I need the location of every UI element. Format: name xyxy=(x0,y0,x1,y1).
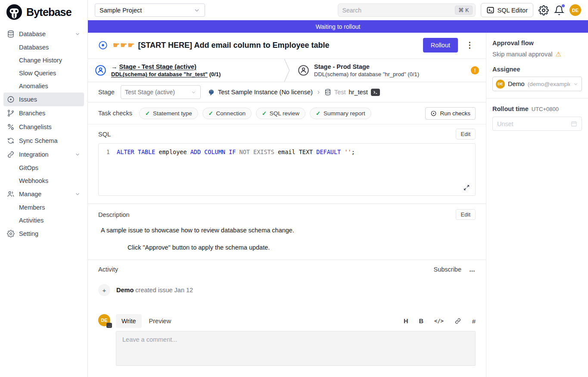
kebab-menu-icon[interactable]: ⋮ xyxy=(464,42,476,48)
tab-preview[interactable]: Preview xyxy=(143,314,177,328)
sidebar-item-database[interactable]: Database xyxy=(3,27,84,41)
sidebar-item-members[interactable]: Members xyxy=(3,201,84,214)
check-icon: ✓ xyxy=(316,110,320,117)
rollout-time-value: Unset xyxy=(497,121,513,127)
instance-name[interactable]: Test Sample Instance (No license) xyxy=(218,89,313,96)
search-input[interactable] xyxy=(342,7,455,14)
chevron-down-icon xyxy=(193,7,200,14)
check-pill-summary-report[interactable]: ✓ Summary report xyxy=(310,108,371,119)
brand-logo[interactable]: Bytebase xyxy=(0,0,87,23)
subscribe-link[interactable]: Subscribe xyxy=(434,266,461,273)
stage-card-test[interactable]: →Stage - Test Stage (active) DDL(schema)… xyxy=(88,59,283,82)
left-sidebar: Bytebase Database Databases Change Histo… xyxy=(0,0,88,377)
activity-label: Activity xyxy=(98,266,118,273)
line-number: 1 xyxy=(99,148,117,155)
run-checks-button[interactable]: Run checks xyxy=(425,107,476,120)
sidebar-item-change-history[interactable]: Change History xyxy=(3,54,84,67)
gear-icon xyxy=(7,230,15,238)
plus-icon: + xyxy=(98,284,110,296)
comment-composer: DE … Write Preview H B </> # xyxy=(98,314,476,377)
topbar: Sample Project ⌘ K SQL Editor DE xyxy=(88,0,588,20)
check-pill-label: Connection xyxy=(216,110,246,117)
link-icon xyxy=(7,151,15,158)
chevron-down-icon xyxy=(75,191,81,197)
sidebar-item-sync-schema[interactable]: Sync Schema xyxy=(3,134,84,148)
sidebar-item-anomalies[interactable]: Anomalies xyxy=(3,80,84,93)
issue-sidebar-panel: Approval flow Skip manual approval ⚠ Ass… xyxy=(486,33,588,377)
sidebar-item-issues[interactable]: Issues xyxy=(3,93,84,106)
speech-bubble-icon: … xyxy=(106,323,112,328)
comment-input[interactable] xyxy=(116,331,476,366)
panel-divider xyxy=(486,98,588,99)
check-pill-statement-type[interactable]: ✓ Statement type xyxy=(139,108,198,119)
assignee-avatar: DE xyxy=(496,80,505,89)
sidebar-item-label: Integration xyxy=(19,151,49,158)
chevron-down-icon xyxy=(573,81,579,87)
issue-header: ☛☛☛ [START HERE] Add email column to Emp… xyxy=(88,33,486,59)
bold-format-icon[interactable]: B xyxy=(419,318,423,324)
code-format-icon[interactable]: </> xyxy=(434,318,444,324)
search-shortcut: ⌘ K xyxy=(455,6,472,15)
environment-name: Test xyxy=(334,89,346,96)
user-avatar[interactable]: DE xyxy=(569,4,581,16)
sidebar-item-integration[interactable]: Integration xyxy=(3,148,84,161)
sql-label: SQL xyxy=(98,131,111,138)
activity-item: + Demo created issue Jan 12 xyxy=(98,284,476,296)
sidebar-item-label: Manage xyxy=(19,191,41,198)
sidebar-item-label: Anomalies xyxy=(19,83,48,90)
sidebar-item-activities[interactable]: Activities xyxy=(3,214,84,227)
check-pill-connection[interactable]: ✓ Connection xyxy=(202,108,252,119)
project-select[interactable]: Sample Project xyxy=(95,3,205,17)
search-box[interactable]: ⌘ K xyxy=(338,3,476,17)
sql-code-line: ALTER TABLE employee ADD COLUMN IF NOT E… xyxy=(117,148,355,155)
sql-edit-button[interactable]: Edit xyxy=(456,129,476,139)
issue-status-icon xyxy=(98,40,108,50)
stage-separator xyxy=(283,59,291,82)
tab-write[interactable]: Write xyxy=(116,314,142,328)
open-sql-editor-icon[interactable] xyxy=(371,89,380,96)
sidebar-item-manage[interactable]: Manage xyxy=(3,187,84,201)
stage-card-prod[interactable]: Stage - Prod Stage DDL(schema) for datab… xyxy=(291,59,486,82)
check-pill-sql-review[interactable]: ✓ SQL review xyxy=(256,108,305,119)
stage-task: DDL(schema) for database "hr_test" xyxy=(111,71,208,77)
circle-dot-icon xyxy=(7,96,15,103)
issue-detail-main: ☛☛☛ [START HERE] Add email column to Emp… xyxy=(88,33,486,377)
postgres-icon xyxy=(208,89,215,96)
hash-format-icon[interactable]: # xyxy=(472,318,476,325)
settings-gear-icon[interactable] xyxy=(538,5,549,15)
sql-editor-button[interactable]: SQL Editor xyxy=(481,3,533,17)
sql-editor[interactable]: 1 ALTER TABLE employee ADD COLUMN IF NOT… xyxy=(98,143,476,196)
stage-selector-row: Stage Test Stage (active) Test Sample In… xyxy=(88,82,486,102)
rollout-time-picker[interactable]: Unset xyxy=(492,117,582,131)
sidebar-item-slow-queries[interactable]: Slow Queries xyxy=(3,67,84,80)
more-options-icon[interactable]: … xyxy=(469,266,476,273)
approval-flow-label: Approval flow xyxy=(492,40,582,46)
pointer-hands-glyph: ☛☛☛ xyxy=(113,41,135,49)
sidebar-item-label: Setting xyxy=(19,230,38,237)
link-format-icon[interactable] xyxy=(454,318,461,324)
stage-person-icon xyxy=(95,65,106,76)
stage-select-value: Test Stage (active) xyxy=(125,89,175,96)
description-label: Description xyxy=(98,211,130,218)
sidebar-item-setting[interactable]: Setting xyxy=(3,227,84,241)
activity-section: Activity Subscribe … + Demo created issu… xyxy=(88,260,486,377)
notification-bell-icon[interactable] xyxy=(554,5,564,15)
sidebar-item-branches[interactable]: Branches xyxy=(3,106,84,120)
check-icon: ✓ xyxy=(208,110,213,117)
database-icon xyxy=(7,30,15,38)
sidebar-item-gitops[interactable]: GitOps xyxy=(3,161,84,174)
notification-dot xyxy=(562,4,565,7)
description-edit-button[interactable]: Edit xyxy=(456,209,476,220)
heading-format-icon[interactable]: H xyxy=(404,318,408,324)
sidebar-item-changelists[interactable]: Changelists xyxy=(3,120,84,134)
stage-select[interactable]: Test Stage (active) xyxy=(121,85,201,99)
approval-flow-value: Skip manual approval xyxy=(492,51,552,58)
assignee-select[interactable]: DE Demo (demo@example xyxy=(492,77,582,91)
rollout-button[interactable]: Rollout xyxy=(423,38,458,53)
sidebar-item-databases[interactable]: Databases xyxy=(3,41,84,54)
expand-icon[interactable] xyxy=(463,184,470,191)
database-name[interactable]: hr_test xyxy=(349,89,368,96)
sidebar-item-webhooks[interactable]: Webhooks xyxy=(3,174,84,187)
arrow-right-icon: → xyxy=(111,63,118,70)
activity-action: created issue Jan 12 xyxy=(134,287,193,294)
